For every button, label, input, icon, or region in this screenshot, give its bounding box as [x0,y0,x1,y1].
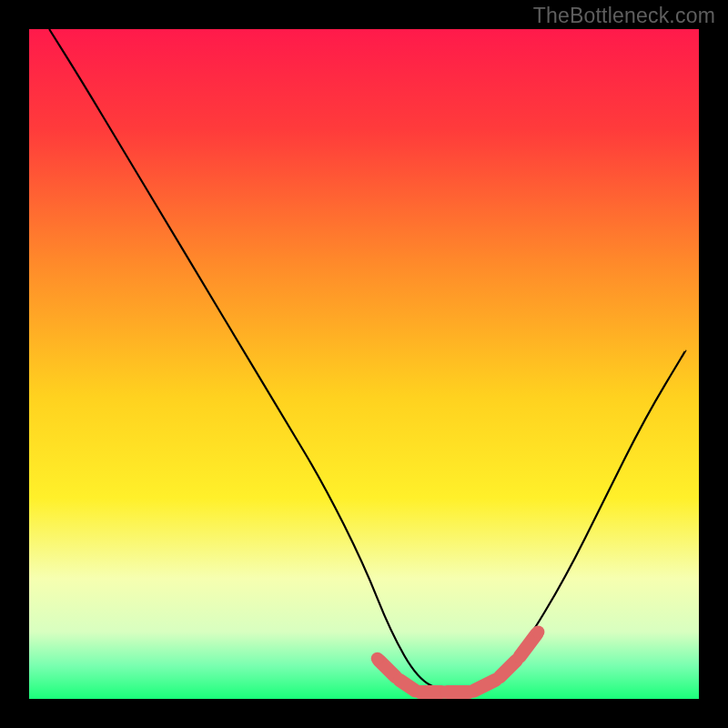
highlight-dash [399,681,415,691]
watermark-text: TheBottleneck.com [533,4,715,28]
highlight-endpoint [531,625,544,638]
chart-svg [0,0,728,728]
highlight-endpoint [371,652,384,665]
chart-frame: TheBottleneck.com [0,0,728,728]
plot-background [29,29,699,699]
